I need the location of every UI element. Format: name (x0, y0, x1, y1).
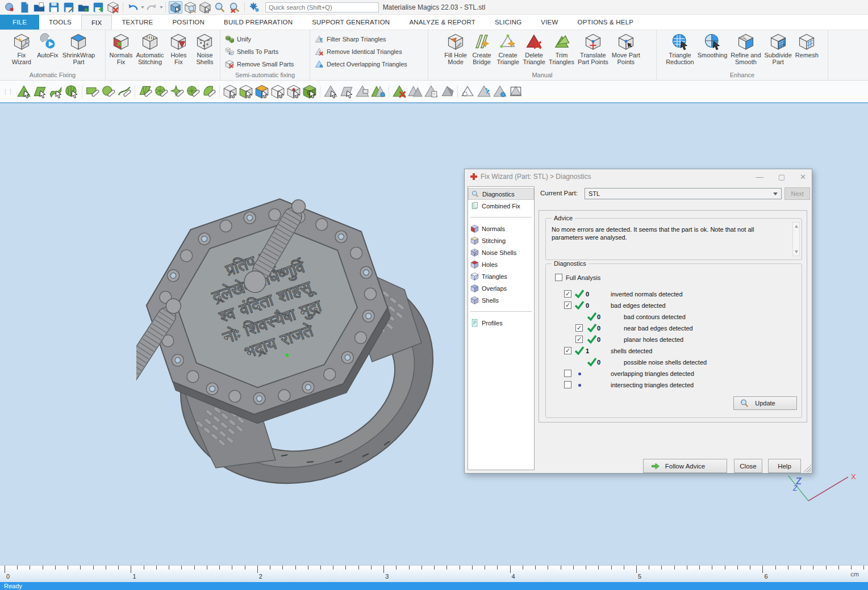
zoom-icon[interactable] (213, 1, 227, 14)
holes-fix-button[interactable]: Holes Fix (165, 32, 191, 66)
chevron-down-icon[interactable] (141, 6, 144, 9)
filter-sharp-triangles-button[interactable]: Filter Sharp Triangles (315, 33, 423, 45)
checkbox[interactable]: ✓ (575, 324, 583, 332)
view-part-icon[interactable] (183, 1, 197, 14)
window-triangles-selection-icon[interactable] (138, 84, 153, 99)
select-part-shell-icon[interactable] (302, 84, 317, 99)
tab-slicing[interactable]: SLICING (485, 15, 531, 30)
checkbox[interactable]: ✓ (564, 290, 571, 298)
close-button[interactable]: Close (734, 459, 762, 473)
mark-shell-icon[interactable] (371, 84, 386, 99)
star-selection-icon[interactable] (170, 84, 185, 99)
autofix-button[interactable]: AutoFix (35, 32, 61, 60)
sidebar-item-profiles[interactable]: Profiles (468, 317, 534, 329)
save-as-icon[interactable] (62, 1, 76, 14)
search-input[interactable] (265, 2, 379, 12)
sidebar-item-holes[interactable]: Holes (468, 258, 534, 270)
lasso-mark-icon[interactable] (461, 84, 475, 99)
frame-mark-icon[interactable] (508, 84, 523, 99)
create-triangle-button[interactable]: Create Triangle (495, 32, 521, 66)
sidebar-item-diagnostics[interactable]: Diagnostics (468, 188, 534, 200)
circle-selection-icon[interactable] (101, 84, 116, 99)
import-part-icon[interactable] (3, 1, 16, 14)
sidebar-item-combined-fix[interactable]: Combined Fix (468, 200, 534, 212)
hide-part-icon[interactable] (198, 1, 212, 14)
point-mark-icon[interactable] (493, 84, 507, 99)
help-button[interactable]: Help (768, 459, 801, 473)
select-part-icon[interactable] (223, 84, 237, 99)
checkbox[interactable] (564, 381, 571, 388)
follow-advice-button[interactable]: Follow Advice (643, 459, 727, 473)
3d-viewport[interactable]: प्रतिप च्चं द्रलेखेव वर्धिष्णुर्वि श्व व… (0, 102, 868, 565)
checkbox[interactable]: ✓ (564, 347, 571, 354)
close-icon[interactable]: ✕ (800, 173, 806, 181)
unzoom-icon[interactable] (228, 1, 241, 14)
shells-to-parts-button[interactable]: Shells To Parts (225, 45, 305, 58)
remove-small-parts-button[interactable]: Remove Small Parts (225, 58, 305, 70)
shrinkwrap-part-button[interactable]: ShrinkWrap Part (61, 32, 97, 66)
select-planes-icon[interactable] (32, 84, 47, 99)
save-all-icon[interactable] (91, 1, 105, 14)
minimize-icon[interactable]: — (756, 173, 763, 181)
select-part-through-icon[interactable] (270, 84, 285, 99)
unmark-triangles-icon[interactable] (392, 84, 407, 99)
wheel-selection-icon[interactable] (186, 84, 201, 99)
subdivide-part-button[interactable]: Subdivide Part (763, 32, 794, 66)
mark-triangle-icon[interactable] (323, 84, 338, 99)
select-part-marked-icon[interactable] (286, 84, 301, 99)
tab-build-preparation[interactable]: BUILD PREPARATION (214, 15, 302, 30)
open-file-icon[interactable] (32, 1, 46, 14)
sidebar-item-stitching[interactable]: Stitching (468, 235, 534, 246)
advice-scrollbar[interactable] (792, 222, 800, 256)
save-icon[interactable] (47, 1, 61, 14)
rectangle-selection-icon[interactable] (85, 84, 100, 99)
refine-and-smooth-button[interactable]: Refine and Smooth (729, 32, 762, 66)
add-to-library-icon[interactable] (77, 1, 90, 14)
remove-identical-triangles-button[interactable]: Remove Identical Triangles (315, 45, 423, 58)
automatic-stitching-button[interactable]: Automatic Stitching (135, 32, 166, 66)
current-part-dropdown[interactable]: STL (585, 188, 782, 199)
sidebar-item-overlaps[interactable]: Overlaps (468, 282, 534, 294)
mark-plane-icon[interactable] (339, 84, 354, 99)
undo-icon[interactable] (126, 1, 140, 14)
transform-marking-icon[interactable] (440, 84, 454, 99)
select-triangles-icon[interactable] (16, 84, 31, 99)
ring-model[interactable]: प्रतिप च्चं द्रलेखेव वर्धिष्णुर्वि श्व व… (136, 189, 443, 495)
tab-support-generation[interactable]: SUPPORT GENERATION (302, 15, 399, 30)
sidebar-item-shells[interactable]: Shells (468, 294, 534, 306)
sidebar-item-noise-shells[interactable]: Noise Shells (468, 246, 534, 258)
select-part-icon[interactable] (169, 1, 182, 14)
scroll-down-icon[interactable] (795, 250, 798, 253)
sidebar-item-normals[interactable]: Normals (468, 223, 534, 235)
chevron-down-icon[interactable] (160, 6, 163, 9)
smoothing-button[interactable]: Smoothing (696, 32, 729, 60)
redo-icon[interactable] (145, 1, 158, 14)
smooth-selection-icon[interactable] (202, 84, 216, 99)
normals-fix-button[interactable]: Normals Fix (108, 32, 135, 66)
tab-file[interactable]: FILE (0, 15, 39, 30)
next-button[interactable]: Next (784, 187, 810, 200)
polyline-selection-icon[interactable] (117, 84, 132, 99)
remesh-button[interactable]: Remesh (794, 32, 820, 60)
invert-marking-icon[interactable] (408, 84, 423, 99)
resize-grip[interactable] (803, 465, 811, 472)
select-surfaces-icon[interactable] (48, 84, 63, 99)
create-bridge-button[interactable]: Create Bridge (469, 32, 495, 66)
spray-mark-icon[interactable] (477, 84, 491, 99)
settings-icon[interactable] (248, 1, 261, 14)
select-part-surface-icon[interactable] (239, 84, 253, 99)
new-scene-icon[interactable] (18, 1, 31, 14)
select-part-colored-icon[interactable] (254, 84, 269, 99)
tab-tools[interactable]: TOOLS (39, 15, 81, 30)
copy-marking-icon[interactable] (424, 84, 439, 99)
mark-surface-icon[interactable] (355, 84, 370, 99)
checkbox[interactable]: ✓ (575, 336, 583, 343)
update-button[interactable]: Update (733, 396, 797, 410)
select-shells-icon[interactable] (64, 84, 79, 99)
dialog-title-bar[interactable]: Fix Wizard (Part: STL) > Diagnostics — ▢… (465, 169, 812, 184)
tab-position[interactable]: POSITION (162, 15, 214, 30)
trim-triangles-button[interactable]: Trim Triangles (547, 32, 576, 66)
toolbar-drag-handle[interactable]: ⋮⋮ (2, 89, 12, 94)
fill-hole-mode-button[interactable]: Fill Hole Mode (443, 32, 469, 66)
sidebar-item-triangles[interactable]: Triangles (468, 270, 534, 282)
